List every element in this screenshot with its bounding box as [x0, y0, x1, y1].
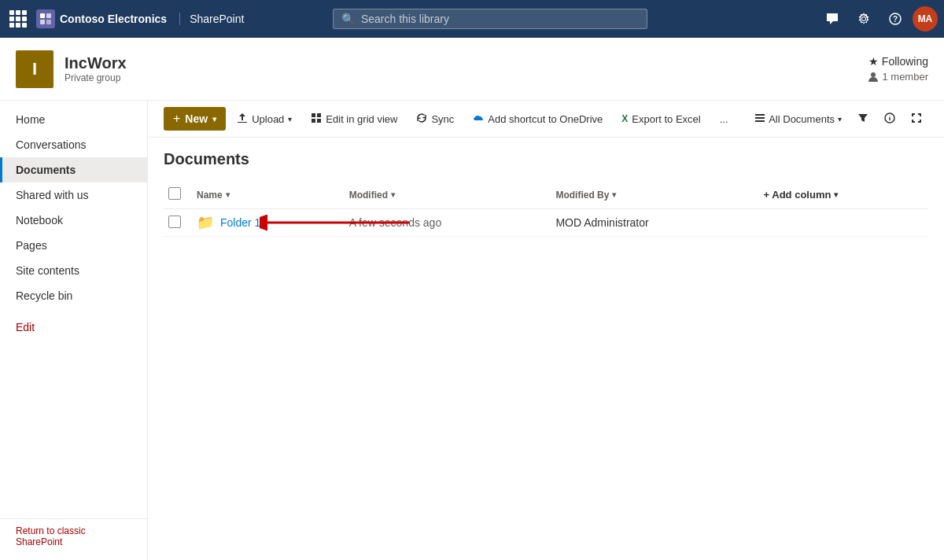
view-options: All Documents ▾ [748, 108, 928, 131]
svg-rect-9 [312, 119, 315, 123]
site-header: I IncWorx Private group ★ Following 1 me… [0, 38, 944, 101]
site-type: Private group [65, 72, 127, 83]
site-info: IncWorx Private group [65, 54, 127, 83]
svg-rect-12 [755, 117, 765, 119]
onedrive-icon [473, 112, 484, 126]
documents-toolbar: + New ▾ Upload ▾ Edit in grid view [148, 101, 944, 138]
row-checkbox[interactable] [164, 209, 189, 237]
sidebar-item-shared[interactable]: Shared with us [0, 182, 147, 208]
site-logo: I [16, 50, 53, 88]
expand-icon [911, 112, 922, 126]
company-logo[interactable]: Contoso Electronics [36, 9, 167, 28]
product-name: SharePoint [179, 13, 244, 25]
svg-rect-11 [755, 114, 765, 116]
sync-icon [416, 112, 427, 126]
sidebar-item-conversations[interactable]: Conversations [0, 132, 147, 157]
svg-rect-2 [40, 20, 45, 24]
svg-point-6 [871, 72, 876, 77]
chat-icon[interactable] [818, 5, 846, 33]
member-info[interactable]: 1 member [868, 71, 928, 83]
sidebar-nav: Home Conversations Documents Shared with… [0, 107, 147, 515]
shortcut-button[interactable]: Add shortcut to OneDrive [465, 108, 610, 131]
add-col-dropdown-icon: ▾ [834, 190, 838, 199]
modified-by-cell: MOD Administrator [548, 209, 755, 237]
main-layout: Home Conversations Documents Shared with… [0, 101, 944, 560]
info-icon [884, 112, 895, 126]
documents-area: Documents Name ▾ [148, 138, 944, 560]
extra-col-cell [756, 209, 928, 237]
svg-rect-10 [317, 119, 321, 123]
folder-name-cell[interactable]: 📁 Folder 1 [189, 209, 341, 236]
sidebar-item-recycle-bin[interactable]: Recycle bin [0, 283, 147, 308]
svg-rect-0 [40, 13, 45, 18]
star-icon: ★ [868, 55, 879, 68]
search-icon: 🔍 [341, 13, 355, 25]
filter-button[interactable] [851, 108, 875, 131]
table-header-row: Name ▾ Modified ▾ Modifi [164, 181, 928, 209]
sidebar-return-classic[interactable]: Return to classic SharePoint [0, 518, 147, 554]
filter-icon [857, 112, 868, 126]
expand-button[interactable] [905, 108, 928, 131]
help-icon[interactable]: ? [881, 5, 909, 33]
sidebar-item-edit[interactable]: Edit [0, 315, 147, 340]
svg-rect-13 [755, 120, 765, 122]
logo-square [36, 9, 55, 28]
checkbox [168, 216, 181, 228]
settings-icon[interactable] [850, 5, 878, 33]
sidebar-item-notebook[interactable]: Notebook [0, 208, 147, 233]
modified-cell: A few seconds ago [341, 209, 548, 237]
sort-icon: ▾ [391, 190, 395, 199]
site-identity: I IncWorx Private group [16, 50, 127, 88]
site-name: IncWorx [65, 54, 127, 72]
svg-rect-3 [46, 20, 51, 24]
sidebar-item-documents[interactable]: Documents [0, 157, 147, 182]
documents-title: Documents [164, 150, 928, 168]
sidebar-item-pages[interactable]: Pages [0, 233, 147, 258]
add-column-header[interactable]: + Add column ▾ [756, 181, 928, 209]
sort-icon: ▾ [226, 190, 230, 199]
all-documents-view[interactable]: All Documents ▾ [748, 108, 848, 131]
svg-text:?: ? [893, 15, 898, 24]
folder-link[interactable]: Folder 1 [220, 216, 260, 229]
main-content: + New ▾ Upload ▾ Edit in grid view [148, 101, 944, 560]
export-excel-button[interactable]: X Export to Excel [614, 109, 708, 130]
svg-rect-1 [46, 13, 51, 18]
company-name: Contoso Electronics [60, 13, 167, 25]
name-column-header[interactable]: Name ▾ [189, 181, 341, 209]
new-dropdown-icon: ▾ [212, 115, 216, 123]
view-dropdown-icon: ▾ [838, 115, 842, 123]
folder-icon: 📁 [197, 214, 214, 231]
site-actions: ★ Following 1 member [868, 55, 928, 83]
grid-icon [311, 112, 322, 126]
sort-icon: ▾ [612, 190, 616, 199]
info-button[interactable] [878, 108, 902, 131]
nav-icons: ? MA [818, 5, 938, 33]
following-label: Following [882, 55, 928, 68]
top-navigation: Contoso Electronics SharePoint 🔍 ? MA [0, 0, 944, 38]
modified-by-column-header[interactable]: Modified By ▾ [548, 181, 755, 209]
sidebar-item-home[interactable]: Home [0, 107, 147, 132]
sync-button[interactable]: Sync [408, 108, 462, 131]
select-all-checkbox[interactable] [164, 181, 189, 209]
sidebar-item-site-contents[interactable]: Site contents [0, 258, 147, 283]
member-count: 1 member [882, 71, 928, 83]
search-input[interactable] [361, 13, 639, 25]
excel-icon: X [621, 113, 628, 124]
checkbox [168, 187, 181, 200]
svg-rect-8 [317, 113, 321, 117]
plus-icon: + [173, 112, 180, 126]
avatar[interactable]: MA [913, 6, 938, 31]
documents-table: Name ▾ Modified ▾ Modifi [164, 181, 928, 237]
upload-icon [237, 112, 248, 126]
following-button[interactable]: ★ Following [868, 55, 928, 68]
table-row[interactable]: 📁 Folder 1 [164, 209, 928, 237]
modified-column-header[interactable]: Modified ▾ [341, 181, 548, 209]
upload-button[interactable]: Upload ▾ [229, 108, 300, 131]
search-bar[interactable]: 🔍 [333, 9, 647, 29]
more-button[interactable]: ... [712, 109, 736, 130]
new-button[interactable]: + New ▾ [164, 107, 226, 131]
upload-dropdown-icon: ▾ [288, 115, 292, 123]
edit-grid-button[interactable]: Edit in grid view [303, 108, 405, 131]
view-list-icon [754, 112, 765, 126]
apps-icon[interactable] [6, 7, 30, 31]
